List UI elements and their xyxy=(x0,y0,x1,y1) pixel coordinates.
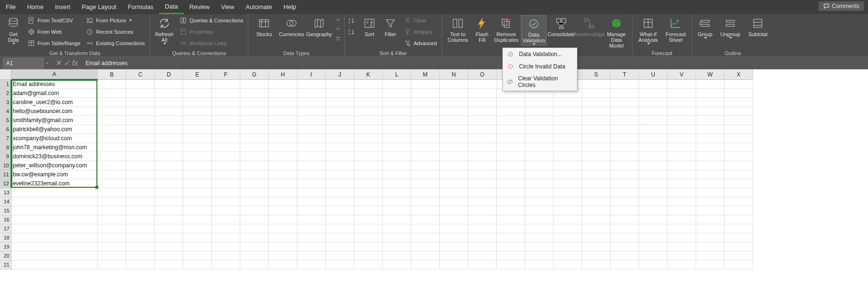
cell-S9[interactable] xyxy=(582,152,611,161)
cell-F4[interactable] xyxy=(212,107,240,116)
cell-U8[interactable] xyxy=(639,143,668,152)
cell-R16[interactable] xyxy=(554,215,582,224)
cell-H15[interactable] xyxy=(269,206,297,215)
cell-R4[interactable] xyxy=(554,107,582,116)
cell-B9[interactable] xyxy=(98,152,126,161)
cell-D2[interactable] xyxy=(155,89,183,98)
cell-J8[interactable] xyxy=(326,143,354,152)
cell-X18[interactable] xyxy=(725,233,753,242)
cell-J14[interactable] xyxy=(326,197,354,206)
cell-P3[interactable] xyxy=(497,98,525,107)
cell-M20[interactable] xyxy=(411,251,440,260)
cell-D12[interactable] xyxy=(155,179,183,188)
tab-insert[interactable]: Insert xyxy=(49,0,76,14)
cell-B13[interactable] xyxy=(98,188,126,197)
cell-E20[interactable] xyxy=(183,251,212,260)
cell-A1[interactable]: Email addresses xyxy=(11,80,98,89)
cell-L10[interactable] xyxy=(383,161,411,170)
cell-C21[interactable] xyxy=(126,260,155,270)
cell-X10[interactable] xyxy=(725,161,753,170)
column-header-T[interactable]: T xyxy=(611,69,639,80)
cell-F8[interactable] xyxy=(212,143,240,152)
cell-O7[interactable] xyxy=(468,134,497,143)
cell-S6[interactable] xyxy=(582,125,611,134)
cell-J7[interactable] xyxy=(326,134,354,143)
cell-N17[interactable] xyxy=(440,224,468,233)
cell-T6[interactable] xyxy=(611,125,639,134)
cell-V19[interactable] xyxy=(668,242,696,251)
cell-L1[interactable] xyxy=(383,80,411,89)
cell-D8[interactable] xyxy=(155,143,183,152)
filter-button[interactable]: Filter xyxy=(381,15,400,37)
cell-U19[interactable] xyxy=(639,242,668,251)
row-header-2[interactable]: 2 xyxy=(0,89,11,98)
cell-B16[interactable] xyxy=(98,215,126,224)
cell-T5[interactable] xyxy=(611,116,639,125)
cell-C19[interactable] xyxy=(126,242,155,251)
cell-V18[interactable] xyxy=(668,233,696,242)
tab-page-layout[interactable]: Page Layout xyxy=(76,0,122,14)
cell-E13[interactable] xyxy=(183,188,212,197)
cell-F14[interactable] xyxy=(212,197,240,206)
cell-H4[interactable] xyxy=(269,107,297,116)
sort-desc-button[interactable]: ZA xyxy=(348,27,358,37)
cell-N5[interactable] xyxy=(440,116,468,125)
tab-view[interactable]: View xyxy=(215,0,240,14)
cell-Q7[interactable] xyxy=(525,134,554,143)
column-header-X[interactable]: X xyxy=(725,69,753,80)
cell-Q8[interactable] xyxy=(525,143,554,152)
cell-J6[interactable] xyxy=(326,125,354,134)
cell-M11[interactable] xyxy=(411,170,440,179)
cell-V17[interactable] xyxy=(668,224,696,233)
sort-button[interactable]: ZASort xyxy=(360,15,379,37)
cell-A2[interactable]: adam@gmail.com xyxy=(11,89,98,98)
cell-B15[interactable] xyxy=(98,206,126,215)
cell-W2[interactable] xyxy=(696,89,725,98)
cell-E6[interactable] xyxy=(183,125,212,134)
cell-T1[interactable] xyxy=(611,80,639,89)
cell-Q6[interactable] xyxy=(525,125,554,134)
cell-S8[interactable] xyxy=(582,143,611,152)
cell-M2[interactable] xyxy=(411,89,440,98)
cell-X21[interactable] xyxy=(725,260,753,270)
cell-O14[interactable] xyxy=(468,197,497,206)
select-all-corner[interactable] xyxy=(0,69,11,80)
cell-H7[interactable] xyxy=(269,134,297,143)
cell-C17[interactable] xyxy=(126,224,155,233)
cell-S3[interactable] xyxy=(582,98,611,107)
cell-K16[interactable] xyxy=(354,215,383,224)
cell-A15[interactable] xyxy=(11,206,98,215)
cell-K2[interactable] xyxy=(354,89,383,98)
cell-I6[interactable] xyxy=(297,125,326,134)
cell-N14[interactable] xyxy=(440,197,468,206)
cell-D10[interactable] xyxy=(155,161,183,170)
cell-U20[interactable] xyxy=(639,251,668,260)
cell-L19[interactable] xyxy=(383,242,411,251)
cell-J9[interactable] xyxy=(326,152,354,161)
cell-B2[interactable] xyxy=(98,89,126,98)
cell-Q21[interactable] xyxy=(525,260,554,270)
cell-X2[interactable] xyxy=(725,89,753,98)
cell-U2[interactable] xyxy=(639,89,668,98)
cell-S12[interactable] xyxy=(582,179,611,188)
comments-button[interactable]: Comments xyxy=(819,1,864,11)
cell-L14[interactable] xyxy=(383,197,411,206)
cell-D17[interactable] xyxy=(155,224,183,233)
column-header-K[interactable]: K xyxy=(354,69,383,80)
cell-T16[interactable] xyxy=(611,215,639,224)
cell-N16[interactable] xyxy=(440,215,468,224)
cell-N6[interactable] xyxy=(440,125,468,134)
cell-W7[interactable] xyxy=(696,134,725,143)
cell-X7[interactable] xyxy=(725,134,753,143)
ungroup-button[interactable]: Ungroup xyxy=(717,15,743,39)
cell-I2[interactable] xyxy=(297,89,326,98)
cell-H2[interactable] xyxy=(269,89,297,98)
cell-E19[interactable] xyxy=(183,242,212,251)
cell-O20[interactable] xyxy=(468,251,497,260)
row-header-1[interactable]: 1 xyxy=(0,80,11,89)
row-header-17[interactable]: 17 xyxy=(0,224,11,233)
cell-O18[interactable] xyxy=(468,233,497,242)
cell-W15[interactable] xyxy=(696,206,725,215)
cell-F1[interactable] xyxy=(212,80,240,89)
get-data-button[interactable]: Get Data xyxy=(3,15,24,45)
